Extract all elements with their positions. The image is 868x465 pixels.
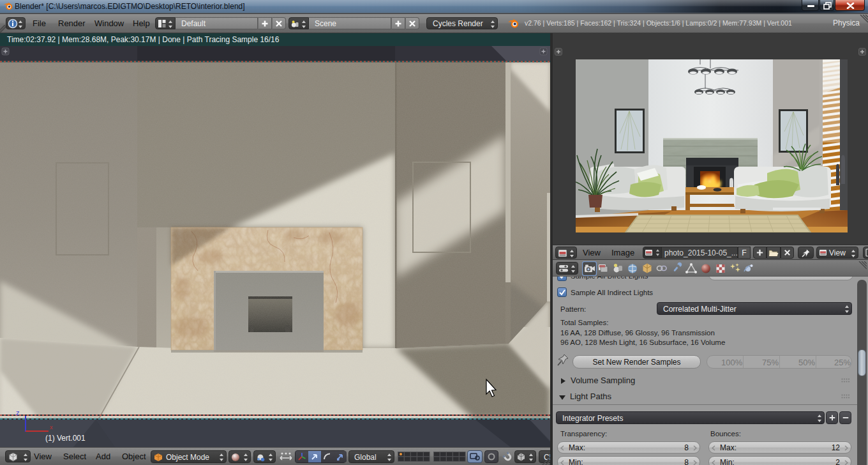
svg-text:z: z: [16, 409, 20, 416]
svg-text:x: x: [50, 424, 53, 431]
svg-text:(1) Vert.001: (1) Vert.001: [45, 434, 86, 443]
